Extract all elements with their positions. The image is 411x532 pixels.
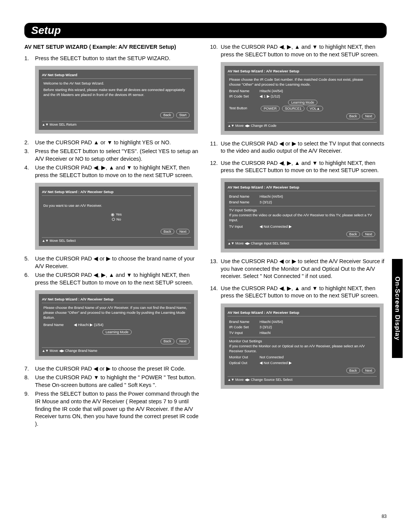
osd-screenshot-4: AV Net Setup Wizard : A/V Receiver Setup… [221,62,384,135]
step-5: Use the CURSOR PAD ◀ or ▶ to choose the … [35,255,201,270]
step-12: Use the CURSOR PAD ◀, ▶, ▲ and ▼ to high… [221,160,387,174]
step-3: Press the SELECT button to select "YES".… [35,148,201,163]
osd6-brand-value: Hitachi (44/54) [260,320,375,324]
osd6-mon-label: Monitor Out [229,355,256,360]
side-tab: On-Screen Display [392,259,403,358]
osd4-volup-button: VOL▲ [307,106,323,111]
osd6-section: Monitor Out Settings [229,339,375,344]
osd4-brand-value: Hitachi (44/54) [260,89,375,94]
osd6-footer: ▲▼ Move ◀▶ Change Source SEL Select [228,377,293,382]
osd4-footer: ▲▼ Move ◀▶ Change IR Code [228,123,276,128]
osd6-ir-value: 3 (3/12) [260,325,375,330]
osd3-next-button: Next [176,339,190,344]
osd1-line2: Before starting this wizard, please make… [43,88,190,97]
osd-screenshot-2: AV Net Setup Wizard : A/V Receiver Setup… [35,183,198,250]
osd1-line1: Welcome to the AV Net Setup Wizard. [43,81,190,86]
section-title: AV NET SETUP WIZARD ( Example: A/V RECEI… [24,43,201,51]
osd4-source1-button: SOURCE1 [282,106,305,111]
osd4-ir-value: ◀ 1 ▶ (1/12) [260,94,375,99]
osd2-footer: ▲▼ Move SEL Select [42,238,76,243]
step-1: Press the SELECT button to start the SET… [35,55,201,62]
osd5-next-button: Next [362,232,375,237]
osd6-brand-label: Brand Name [229,320,256,324]
step-6: Use the CURSOR PAD ◀, ▶, ▲ and ▼ to high… [35,272,201,286]
step-7: Use the CURSOR PAD ◀ or ▶ to choose the … [35,365,201,373]
osd5-section: TV Input Settings [229,208,375,213]
osd2-no: No [116,217,121,221]
step-14: Use the CURSOR PAD ◀, ▶, ▲ and ▼ to high… [221,285,387,300]
osd-screenshot-1: AV Net Setup Wizard Welcome to the AV Ne… [35,66,198,134]
osd5-tv-value: ◀ Not Connected ▶ [260,224,375,229]
osd6-tv-value: Hitachi [260,331,375,335]
osd1-footer: ▲▼ Move SEL Return [42,122,76,127]
osd5-back-button: Back [346,232,360,237]
content-columns: AV NET SETUP WIZARD ( Example: A/V RECEI… [24,43,387,429]
left-column: AV NET SETUP WIZARD ( Example: A/V RECEI… [24,43,201,429]
osd4-title: AV Net Setup Wizard : A/V Receiver Setup [228,69,377,75]
osd6-opt-value: ◀ Not Connected ▶ [260,361,375,366]
header-bar: Setup [24,23,387,38]
step-2: Use the CURSOR PAD ▲ or ▼ to highlight Y… [35,139,201,147]
osd5-brand-value2: 3 (3/12) [260,200,375,205]
osd2-yes: Yes [116,212,122,216]
osd5-title: AV Net Setup Wizard : A/V Receiver Setup [228,185,377,191]
osd6-ir-label: IR Code Set [229,325,256,330]
osd6-next-button: Next [362,368,375,373]
step-8: Use the CURSOR PAD ▼ to highlight the " … [35,374,201,389]
osd5-footer: ▲▼ Move ◀▶ Change Input SEL Select [228,241,289,246]
osd3-back-button: Back [161,339,174,344]
osd2-line1: Do you want to use an A/V Receiver. [43,203,190,208]
osd5-brand-label2: Brand Name [229,200,256,205]
step-11: Use the CURSOR PAD ◀ or ▶ to select the … [221,140,387,155]
osd1-back-button: Back [160,112,174,118]
osd4-brand-label: Brand Name [229,89,256,94]
osd-screenshot-5: AV Net Setup Wizard : A/V Receiver Setup… [221,178,384,252]
osd6-mon-value: Not Connected [260,355,375,360]
osd6-title: AV Net Setup Wizard : A/V Receiver Setup [228,310,377,316]
osd4-test-label: Test Button [229,106,256,111]
osd2-back-button: Back [161,229,174,234]
right-column: 10.Use the CURSOR PAD ◀, ▶, ▲ and ▼ to h… [210,43,387,429]
osd4-ir-label: IR Code Set [229,94,256,99]
page-number: 83 [382,514,387,519]
osd6-back-button: Back [346,368,360,373]
osd4-next-button: Next [362,113,375,119]
osd6-opt-label: Optical Out [229,361,256,366]
osd5-brand-value: Hitachi (44/54) [260,194,375,199]
osd2-title: AV Net Setup Wizard : A/V Receiver Setup [42,190,191,196]
osd6-line1: If you connect the Monitor out or Optica… [229,344,375,354]
osd1-title: AV Net Setup Wizard [42,73,191,79]
osd3-brand-label: Brand Name [43,323,70,328]
osd4-back-button: Back [346,113,360,119]
osd2-next-button: Next [176,229,190,234]
osd5-tv-label: TV Input [229,224,256,229]
osd3-title: AV Net Setup Wizard : A/V Receiver Setup [42,297,191,303]
step-13: Use the CURSOR PAD ◀ or ▶ to select the … [221,258,387,280]
osd5-line1: If you connect the video or audio output… [229,213,375,223]
osd4-learning-mode-button: Learning Mode [288,100,317,105]
osd3-footer: ▲▼ Move ◀▶ Change Brand Name [42,348,97,353]
osd5-brand-label: Brand Name [229,194,256,199]
osd-screenshot-6: AV Net Setup Wizard : A/V Receiver Setup… [221,304,384,389]
osd-screenshot-3: AV Net Setup Wizard : A/V Receiver Setup… [35,290,198,359]
osd1-start-button: Start [176,112,190,118]
step-4: Use the CURSOR PAD ◀, ▶, ▲ and ▼ to high… [35,164,201,179]
step-9: Press the SELECT button to pass the Powe… [35,390,201,428]
osd6-tv-label: TV Input [229,331,256,335]
osd3-learning-mode-button: Learning Mode [102,329,131,335]
osd4-line1: Please choose the IR Code Set number. If… [229,77,375,87]
step-10: Use the CURSOR PAD ◀, ▶, ▲ and ▼ to high… [221,43,387,58]
osd3-line1: Please choose the Brand Name of your A/V… [43,305,190,320]
osd3-brand-value: ◀ Hitachi ▶ (1/54) [74,323,190,328]
osd4-power-button: POWER [261,106,280,111]
